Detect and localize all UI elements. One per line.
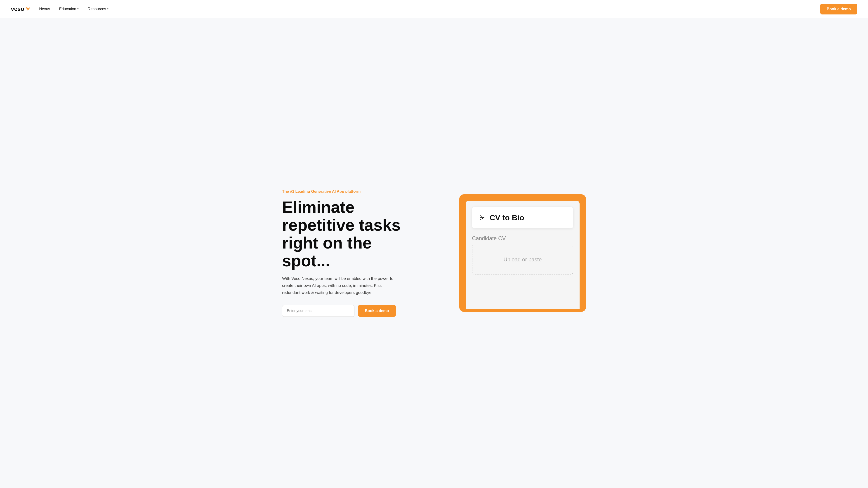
nav-resources-label: Resources (88, 7, 106, 11)
nav-nexus[interactable]: Nexus (39, 7, 50, 11)
app-card-title-text: CV to Bio (490, 213, 524, 222)
navbar: veso ✳ Nexus Education ▾ Resources ▾ Boo… (0, 0, 868, 18)
nav-nexus-label: Nexus (39, 7, 50, 11)
hero-tagline: The #1 Leading Generative AI App platfor… (282, 189, 418, 194)
education-chevron-icon: ▾ (77, 7, 79, 10)
navbar-left: veso ✳ Nexus Education ▾ Resources ▾ (11, 5, 108, 12)
hero-headline: Eliminate repetitive tasks right on the … (282, 198, 418, 270)
hero-cta: Book a demo (282, 305, 418, 317)
logo[interactable]: veso ✳ (11, 5, 30, 12)
app-card-inner: ⩥ CV to Bio Candidate CV Upload or paste (466, 201, 580, 309)
app-card-title-block: ⩥ CV to Bio (472, 207, 573, 228)
email-input[interactable] (282, 305, 354, 317)
app-card-section-label: Candidate CV (472, 235, 573, 241)
nav-education-label: Education (59, 7, 76, 11)
hero-section: The #1 Leading Generative AI App platfor… (271, 18, 597, 488)
app-card-wrapper: ⩥ CV to Bio Candidate CV Upload or paste (459, 194, 586, 312)
nav-education[interactable]: Education ▾ (59, 7, 79, 11)
hero-description: With Veso Nexus, your team will be enabl… (282, 275, 400, 296)
app-card-section: Candidate CV Upload or paste (472, 235, 573, 274)
app-card-upload-area[interactable]: Upload or paste (472, 245, 573, 274)
logo-star-icon: ✳ (26, 6, 30, 12)
resources-chevron-icon: ▾ (107, 7, 108, 10)
navbar-book-demo-button[interactable]: Book a demo (820, 4, 857, 14)
hero-right: ⩥ CV to Bio Candidate CV Upload or paste (431, 194, 586, 312)
app-card-upload-text: Upload or paste (503, 256, 541, 263)
cv-to-bio-icon: ⩥ (479, 214, 486, 221)
logo-text: veso (11, 5, 24, 12)
hero-book-demo-button[interactable]: Book a demo (358, 305, 396, 317)
nav-resources[interactable]: Resources ▾ (88, 7, 108, 11)
hero-left: The #1 Leading Generative AI App platfor… (282, 189, 418, 317)
